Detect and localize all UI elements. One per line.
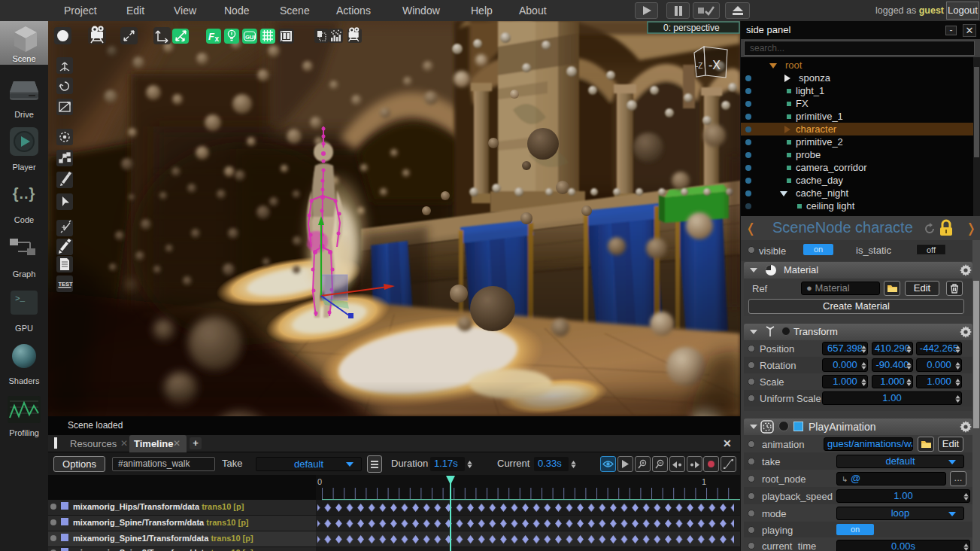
svg-text:-X: -X (708, 59, 721, 72)
svg-text:-Z: -Z (696, 62, 702, 70)
svg-text:TEST: TEST (59, 281, 74, 288)
svg-text:0: 0 (317, 477, 322, 486)
svg-text:0: perspective: 0: perspective (663, 23, 720, 33)
svg-text:x: x (215, 35, 220, 43)
svg-text:GUI: GUI (245, 34, 255, 41)
svg-text:1: 1 (702, 477, 706, 486)
svg-text:>_: >_ (15, 294, 26, 303)
